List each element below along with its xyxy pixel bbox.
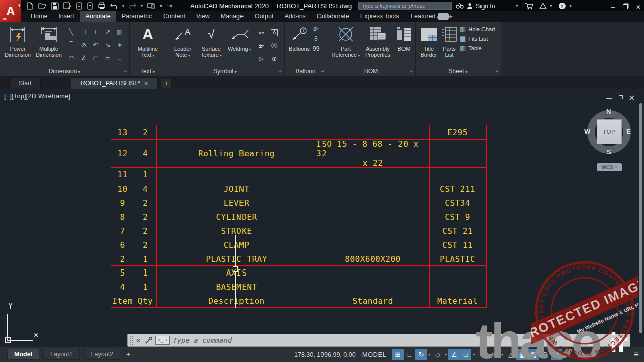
undo-icon[interactable] [110,3,118,9]
edge-symbol-icon[interactable]: ⊕ [268,52,281,65]
wcs-dropdown[interactable]: WCS [597,163,622,171]
leader-note-button[interactable]: A Leader Note [169,24,196,59]
new-layout-button[interactable]: + [124,350,132,358]
multiline-text-button[interactable]: A Multiline Text [133,24,163,59]
dim-tool-icon-10[interactable]: ◠ [65,51,77,64]
object-snap-toggle-icon[interactable]: □ [460,349,471,360]
help-icon[interactable]: ? [558,2,566,10]
dim-tool-icon-14[interactable]: ≡ [114,51,126,64]
table-row[interactable]: 41BASEMENT [111,280,486,294]
table-row[interactable]: 92LEVERCST34 [111,196,486,210]
panel-label-symbol[interactable]: Symbol [166,68,284,75]
tab-manage[interactable]: Manage [215,11,249,22]
layout-tab-layout2[interactable]: Layout2 [84,349,120,360]
drawing-close-icon[interactable]: ✕ [628,93,635,103]
new-drawing-tab-button[interactable]: + [161,79,171,88]
welding-button[interactable]: Welding [226,24,253,53]
dim-tool-icon-8[interactable]: ↘ [102,38,114,51]
command-prompt-icon[interactable]: >_ [155,336,170,345]
sheet-set-caret-icon[interactable]: ▾ [160,4,162,8]
isometric-drafting-toggle-icon[interactable]: ◇ [432,349,443,360]
dim-tool-icon-13[interactable]: ≍ [102,51,114,64]
tab-add-ins[interactable]: Add-ins [279,11,311,22]
panel-label-sheet[interactable]: Sheet [416,68,501,75]
close-button[interactable] [636,2,641,11]
autodesk-app-icon[interactable] [539,3,547,9]
table-header-row[interactable]: ItemQtyDescriptionStandardMaterial [111,294,486,307]
parts-list-button[interactable]: Parts List [440,24,459,58]
isometric-drafting-caret-icon[interactable]: ▾ [443,352,448,357]
surface-texture-button[interactable]: √ Surface Texture [197,24,225,59]
multiple-dimension-button[interactable]: Multiple Dimension [33,24,64,58]
sign-in-caret-icon[interactable]: ▾ [516,4,518,8]
viewport-minimize-control[interactable]: [−] [4,93,12,100]
search-input[interactable] [359,3,451,9]
balloon-collect-icon[interactable]: 8 [314,35,318,42]
table-row[interactable]: 62CLAMPCST 11 [111,238,486,252]
feature-control-frame-icon[interactable]: ⌖▾ [255,26,268,39]
tab-insert[interactable]: Insert [53,11,79,22]
help-search-box[interactable] [358,2,452,10]
datum-identifier-icon[interactable]: A [268,26,281,39]
viewcube-south[interactable]: S [607,148,611,156]
new-file-icon[interactable] [26,2,34,10]
tab-parametric[interactable]: Parametric [116,11,157,22]
hole-chart-button[interactable]: ▦Hole Chart [460,25,495,33]
tab-express-tools[interactable]: Express Tools [355,11,405,22]
fits-list-button[interactable]: ▤Fits List [460,35,495,42]
polar-tracking-caret-icon[interactable]: ▾ [427,352,432,357]
viewcube-top-face[interactable]: TOP [597,119,622,144]
model-space-button[interactable]: MODEL [362,351,387,358]
dim-tool-icon-0[interactable]: ╲ [65,25,77,38]
redo-icon[interactable] [129,3,136,9]
dim-tool-icon-11[interactable]: ∠ [77,51,90,64]
dim-tool-icon-1[interactable]: ⊣ [77,25,90,38]
minimize-button[interactable] [611,2,615,11]
viewport-view-control[interactable]: [Top] [12,93,26,100]
assembly-properties-button[interactable]: Assembly Properties [362,24,393,58]
tab-output[interactable]: Output [249,11,279,22]
viewcube-north[interactable]: N [606,108,611,115]
dim-tool-icon-2[interactable]: ⊥ [90,25,102,38]
file-tab-close-icon[interactable] [144,80,148,87]
panel-label-text[interactable]: Text [130,68,166,75]
restore-button[interactable] [623,4,628,9]
tab-view[interactable]: View [191,11,215,22]
layout-tab-model[interactable]: Model [7,349,39,360]
dim-tool-icon-5[interactable]: ⌒ [65,38,77,51]
help-caret-icon[interactable]: ▾ [569,4,571,8]
power-dimension-button[interactable]: Power Dimension [3,24,32,58]
plot-icon[interactable] [98,2,106,10]
table-row[interactable]: 51AXIS [111,265,486,280]
viewport-style-control[interactable]: [2D Wireframe] [26,93,70,100]
balloon-renumber-icon[interactable]: ø2 [313,25,319,32]
viewcube-east[interactable]: E [626,128,631,135]
dim-tool-icon-3[interactable]: ↗ [102,25,114,38]
media-caret-icon[interactable]: ▾ [451,14,453,19]
balloon-multiple-icon[interactable]: 99 [313,45,319,52]
media-button-icon[interactable] [438,13,449,20]
table-row[interactable]: 132E295 [111,125,486,139]
sheet-set-icon[interactable] [147,2,155,9]
taper-symbol-icon[interactable]: ▷ [255,52,268,65]
polar-tracking-toggle-icon[interactable]: ↻ [415,349,427,360]
object-snap-tracking-toggle-icon[interactable]: ∠ [448,349,460,360]
save-to-mobile-icon[interactable] [87,2,93,10]
bom-button[interactable]: BOM [394,24,414,52]
table-row[interactable]: 72STROKECST 21 [111,224,486,238]
open-from-mobile-icon[interactable] [76,2,83,10]
app-store-cart-icon[interactable] [525,3,533,10]
datum-target-icon[interactable]: Ⓐ [268,39,281,52]
app-logo[interactable]: AM▾ [0,0,21,22]
dim-tool-icon-7[interactable]: ↶ [90,38,102,51]
command-customize-wrench-icon[interactable] [145,337,152,344]
dim-tool-icon-9[interactable]: ∗ [114,38,126,51]
viewcube-west[interactable]: W [584,128,590,135]
vertical-scrollbar[interactable] [639,103,642,333]
sign-in-button[interactable]: Sign In [476,3,495,10]
tab-annotate[interactable]: Annotate [80,11,116,22]
tolerance-leader-icon[interactable]: ±▾ [255,39,268,52]
table-row[interactable]: 111 [111,167,486,182]
drawing-restore-icon[interactable] [618,96,622,100]
open-file-icon[interactable] [38,2,47,9]
